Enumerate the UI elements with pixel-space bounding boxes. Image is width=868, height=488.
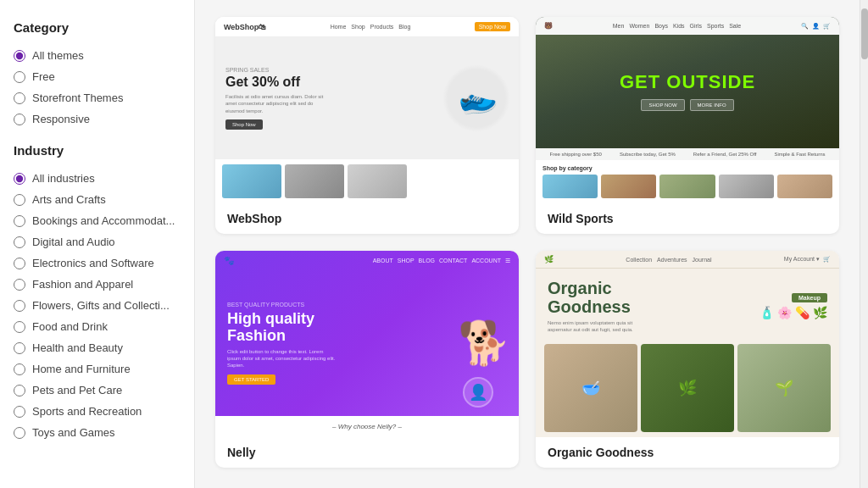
organic-goodness-name: Organic Goodness bbox=[536, 437, 839, 468]
industry-section-title: Industry bbox=[14, 143, 181, 158]
webshop-thumb-1 bbox=[222, 164, 281, 198]
filter-sports-label: Sports and Recreation bbox=[32, 405, 142, 418]
filter-storefront-themes[interactable]: Storefront Themes bbox=[14, 87, 181, 108]
theme-card-organic-goodness[interactable]: 🌿 Collection Adventures Journal My Accou… bbox=[536, 251, 839, 468]
organic-icon-1: 🧴 bbox=[760, 306, 774, 319]
filter-all-themes[interactable]: All themes bbox=[14, 45, 181, 66]
nelly-hero: BEST QUALITY PRODUCTS High quality Fashi… bbox=[215, 270, 519, 416]
nelly-header: 🐾 ABOUT SHOP BLOG CONTACT ACCOUNT ☰ bbox=[215, 251, 519, 270]
organic-title-line2: Goodness bbox=[548, 297, 631, 316]
organic-img-3: 🌱 bbox=[737, 344, 831, 432]
theme-card-wild-sports[interactable]: 🐻 Men Women Boys Kids Girls Sports Sale … bbox=[536, 17, 839, 234]
webshop-thumb-2 bbox=[285, 164, 344, 198]
wild-sports-categories: Shop by category bbox=[536, 160, 839, 203]
webshop-nav: Home Shop Products Blog bbox=[331, 24, 411, 30]
organic-nav: Collection Adventures Journal bbox=[626, 257, 711, 263]
filter-fashion-label: Fashion and Apparel bbox=[32, 278, 133, 291]
organic-bottom-images: 🥣 🌿 🌱 bbox=[536, 339, 839, 437]
wild-sports-nav: Men Women Boys Kids Girls Sports Sale bbox=[613, 23, 741, 29]
nelly-cta-btn: GET STARTED bbox=[227, 374, 275, 385]
filter-health-beauty[interactable]: Health and Beauty bbox=[14, 337, 181, 358]
nelly-title-line1: High quality bbox=[227, 311, 337, 328]
theme-card-webshop[interactable]: WebShop🛍 Home Shop Products Blog Shop No… bbox=[215, 17, 519, 234]
nelly-bg: 🐾 ABOUT SHOP BLOG CONTACT ACCOUNT ☰ BEST bbox=[215, 251, 519, 437]
cat-thumb-5 bbox=[777, 175, 832, 198]
webshop-hero-text: SPRING SALES Get 30% off Facilisis at od… bbox=[225, 67, 327, 130]
webshop-preview: WebShop🛍 Home Shop Products Blog Shop No… bbox=[215, 17, 519, 203]
filter-food-drink[interactable]: Food and Drink bbox=[14, 316, 181, 337]
nelly-name: Nelly bbox=[215, 437, 519, 468]
right-scrollbar[interactable] bbox=[860, 0, 868, 488]
filter-pets-label: Pets and Pet Care bbox=[32, 384, 122, 396]
cat-thumb-1 bbox=[542, 175, 598, 198]
filter-all-industries[interactable]: All industries bbox=[14, 168, 181, 189]
filter-home-furniture[interactable]: Home and Furniture bbox=[14, 358, 181, 380]
nelly-title-line2: Fashion bbox=[227, 328, 337, 345]
nelly-preview: 🐾 ABOUT SHOP BLOG CONTACT ACCOUNT ☰ BEST bbox=[215, 251, 519, 437]
webshop-hero: SPRING SALES Get 30% off Facilisis at od… bbox=[215, 37, 519, 159]
nelly-logo: 🐾 bbox=[224, 256, 234, 265]
organic-img-1: 🥣 bbox=[544, 344, 637, 432]
filter-arts-crafts[interactable]: Arts and Crafts bbox=[14, 189, 181, 210]
filter-health-label: Health and Beauty bbox=[32, 341, 123, 354]
wild-sports-icons: 🔍 👤 🛒 bbox=[801, 23, 831, 30]
filter-bookings[interactable]: Bookings and Accommodat... bbox=[14, 210, 181, 231]
wild-sports-preview: 🐻 Men Women Boys Kids Girls Sports Sale … bbox=[536, 17, 839, 203]
wild-sports-bg: 🐻 Men Women Boys Kids Girls Sports Sale … bbox=[536, 17, 839, 203]
webshop-header: WebShop🛍 Home Shop Products Blog Shop No… bbox=[215, 17, 519, 37]
organic-desc: Nemo enim ipsam voluptatem quia sit aspe… bbox=[548, 319, 649, 334]
nelly-tag: BEST QUALITY PRODUCTS bbox=[227, 302, 337, 308]
cat-thumb-4 bbox=[719, 175, 774, 198]
organic-icon-3: 💊 bbox=[795, 306, 810, 319]
filter-flowers-label: Flowers, Gifts and Collecti... bbox=[32, 299, 170, 312]
webshop-sale-tag: SPRING SALES bbox=[225, 67, 327, 73]
filter-pets[interactable]: Pets and Pet Care bbox=[14, 380, 181, 401]
wild-sports-btn-2: MORE INFO bbox=[690, 99, 734, 111]
filter-sports[interactable]: Sports and Recreation bbox=[14, 401, 181, 422]
nelly-circle-avatar: 👤 bbox=[463, 377, 493, 408]
webshop-thumbnails bbox=[215, 159, 519, 203]
wild-sports-name: Wild Sports bbox=[536, 203, 839, 234]
organic-title-line1: Organic bbox=[548, 279, 612, 297]
theme-grid: WebShop🛍 Home Shop Products Blog Shop No… bbox=[215, 17, 839, 468]
info-returns: Simple & Fast Returns bbox=[774, 152, 825, 157]
filter-all-themes-label: All themes bbox=[32, 49, 84, 62]
organic-icon-2: 🌸 bbox=[777, 306, 792, 319]
filter-free-label: Free bbox=[32, 70, 55, 83]
filter-flowers[interactable]: Flowers, Gifts and Collecti... bbox=[14, 295, 181, 316]
wild-sports-btn-1: SHOP NOW bbox=[641, 99, 684, 111]
filter-storefront-label: Storefront Themes bbox=[32, 92, 123, 104]
filter-toys-games[interactable]: Toys and Games bbox=[14, 422, 181, 443]
nelly-nav: ABOUT SHOP BLOG CONTACT ACCOUNT ☰ bbox=[373, 258, 510, 264]
wild-sports-logo: 🐻 bbox=[544, 22, 553, 30]
filter-digital-label: Digital and Audio bbox=[32, 236, 115, 248]
category-filters: All themes Free Storefront Themes Respon… bbox=[14, 45, 181, 130]
filter-digital-audio[interactable]: Digital and Audio bbox=[14, 231, 181, 252]
wild-sports-btns: SHOP NOW MORE INFO bbox=[641, 99, 733, 111]
organic-title-block: Organic Goodness Nemo enim ipsam volupta… bbox=[548, 279, 751, 334]
category-section-title: Category bbox=[14, 20, 181, 35]
wild-sports-title: GET OUTSIDE bbox=[620, 72, 755, 92]
info-refer: Refer a Friend, Get 25% Off bbox=[693, 152, 757, 157]
filter-electronics[interactable]: Electronics and Software bbox=[14, 252, 181, 274]
nelly-circle-emoji: 👤 bbox=[469, 383, 487, 402]
organic-icon-4: 🌿 bbox=[813, 306, 827, 319]
cat-thumb-3 bbox=[659, 175, 715, 198]
filter-electronics-label: Electronics and Software bbox=[32, 257, 154, 269]
filter-toys-label: Toys and Games bbox=[32, 426, 115, 439]
nelly-sub-text: – Why choose Nelly? – bbox=[215, 416, 519, 437]
scrollbar-thumb[interactable] bbox=[861, 8, 868, 59]
filter-responsive[interactable]: Responsive bbox=[14, 108, 181, 130]
nelly-desc: Click edit button to change this text. L… bbox=[227, 348, 337, 369]
webshop-cta-btn: Shop Now bbox=[475, 22, 510, 31]
organic-title: Organic Goodness bbox=[548, 279, 751, 316]
webshop-thumb-3 bbox=[348, 164, 407, 198]
filter-bookings-label: Bookings and Accommodat... bbox=[32, 214, 175, 227]
wild-sports-info-bar: Free shipping over $50 Subscribe today, … bbox=[536, 148, 839, 160]
shoe-emoji: 👟 bbox=[453, 75, 501, 122]
filter-free[interactable]: Free bbox=[14, 66, 181, 87]
filter-fashion[interactable]: Fashion and Apparel bbox=[14, 274, 181, 295]
cat-thumb-2 bbox=[601, 175, 656, 198]
organic-icons: My Account ▾ 🛒 bbox=[784, 256, 831, 263]
theme-card-nelly[interactable]: 🐾 ABOUT SHOP BLOG CONTACT ACCOUNT ☰ BEST bbox=[215, 251, 519, 468]
